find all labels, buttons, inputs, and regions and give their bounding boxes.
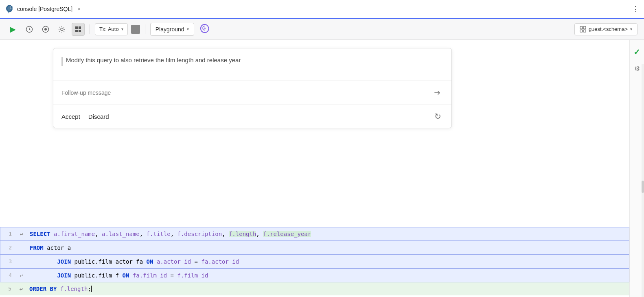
title-bar-left: console [PostgreSQL] × — [5, 4, 82, 13]
table-row: 6 — [0, 295, 629, 297]
postgres-icon — [5, 4, 14, 13]
ai-panel-actions: Accept Discard ↻ — [53, 105, 451, 128]
accept-button[interactable]: Accept — [61, 111, 80, 122]
schema-chevron: ▾ — [630, 27, 632, 31]
line-content-4: JOIN public.film f ON fa.film_id = f.fil… — [26, 269, 629, 282]
scrollbar-thumb[interactable] — [642, 181, 644, 193]
schema-dropdown[interactable]: guest.<schema> ▾ — [574, 23, 637, 35]
accept-check-button[interactable]: ✓ — [631, 46, 643, 58]
line-content-1: SELECT a.first_name, a.last_name, f.titl… — [26, 227, 629, 240]
ai-query-text: Modify this query to also retrieve the f… — [61, 57, 443, 66]
table-row: 1 ↩ SELECT a.first_name, a.last_name, f.… — [0, 227, 629, 241]
tab-close-button[interactable]: × — [76, 5, 82, 13]
settings-button[interactable] — [55, 23, 68, 36]
discard-button[interactable]: Discard — [88, 111, 109, 122]
history-icon — [26, 26, 33, 33]
playground-chevron: ▾ — [187, 27, 189, 31]
svg-rect-8 — [79, 26, 81, 29]
svg-rect-10 — [79, 30, 81, 32]
record-icon — [42, 26, 49, 33]
title-bar-right: ⋮ — [632, 4, 639, 13]
send-button[interactable] — [431, 87, 443, 99]
svg-rect-7 — [75, 26, 78, 29]
ai-button[interactable] — [199, 23, 210, 36]
ai-swirl-icon — [199, 23, 210, 34]
table-row: 3 JOIN public.film_actor fa ON a.actor_i… — [0, 255, 629, 269]
svg-point-6 — [61, 28, 63, 31]
ai-panel: Modify this query to also retrieve the f… — [53, 48, 452, 128]
line-number-1: 1 — [0, 227, 17, 240]
toolbar-divider-2 — [145, 24, 145, 34]
history-button[interactable] — [23, 23, 36, 36]
tx-chevron: ▾ — [121, 27, 123, 31]
line-number-6: 6 — [0, 295, 16, 297]
kebab-menu-button[interactable]: ⋮ — [632, 4, 639, 13]
main-area: Modify this query to also retrieve the f… — [0, 40, 644, 297]
followup-input[interactable] — [61, 90, 431, 96]
tx-label: Tx: Auto — [99, 26, 119, 32]
svg-point-2 — [7, 6, 11, 11]
ai-panel-query: Modify this query to also retrieve the f… — [53, 48, 451, 81]
layout-button[interactable] — [72, 23, 85, 36]
table-row: 5 ↩ ORDER BY f.length; — [0, 282, 629, 295]
line-content-3: JOIN public.film_actor fa ON a.actor_id … — [26, 255, 629, 268]
tx-dropdown[interactable]: Tx: Auto ▾ — [95, 23, 128, 35]
sidebar-settings-button[interactable]: ⚙ — [631, 63, 643, 74]
svg-rect-14 — [580, 30, 583, 32]
record-button[interactable] — [39, 23, 52, 36]
refresh-button[interactable]: ↻ — [432, 111, 443, 122]
svg-point-11 — [204, 27, 206, 29]
undo-button-4[interactable]: ↩ — [17, 269, 26, 282]
undo-button-5[interactable]: ↩ — [16, 282, 26, 295]
right-sidebar: ✓ ⚙ — [629, 40, 644, 297]
toolbar: ▶ Tx: Auto ▾ Playground ▾ — [0, 19, 644, 40]
run-button[interactable]: ▶ — [7, 23, 20, 36]
stop-button[interactable] — [131, 25, 140, 34]
table-row: 2 FROM actor a — [0, 241, 629, 255]
gear-icon — [58, 26, 66, 33]
undo-button-1[interactable]: ↩ — [17, 227, 26, 240]
svg-point-5 — [44, 28, 47, 31]
title-bar: console [PostgreSQL] × ⋮ — [0, 0, 644, 19]
ai-action-buttons: Accept Discard — [61, 111, 109, 122]
svg-rect-15 — [583, 30, 586, 32]
schema-icon — [580, 26, 586, 33]
line-number-4: 4 — [0, 269, 17, 282]
ai-query-content: Modify this query to also retrieve the f… — [66, 57, 241, 63]
line-number-3: 3 — [0, 255, 17, 268]
editor-area: Modify this query to also retrieve the f… — [0, 40, 629, 297]
svg-rect-12 — [580, 26, 583, 29]
schema-label: guest.<schema> — [589, 26, 628, 32]
svg-rect-13 — [583, 26, 586, 29]
scrollbar-track — [642, 64, 644, 297]
table-row: 4 ↩ JOIN public.film f ON fa.film_id = f… — [0, 269, 629, 282]
send-icon — [433, 89, 441, 97]
svg-rect-9 — [75, 30, 78, 32]
query-bar — [61, 57, 63, 66]
playground-button[interactable]: Playground ▾ — [150, 23, 194, 36]
line-number-5: 5 — [0, 282, 16, 295]
toolbar-divider-1 — [90, 24, 90, 34]
playground-label: Playground — [156, 26, 184, 33]
ai-panel-followup[interactable] — [53, 81, 451, 105]
line-content-2: FROM actor a — [26, 241, 629, 254]
layout-icon — [74, 26, 82, 33]
line-number-2: 2 — [0, 241, 17, 254]
tab-title: console [PostgreSQL] — [17, 6, 72, 12]
line-content-5: ORDER BY f.length; — [26, 282, 629, 295]
